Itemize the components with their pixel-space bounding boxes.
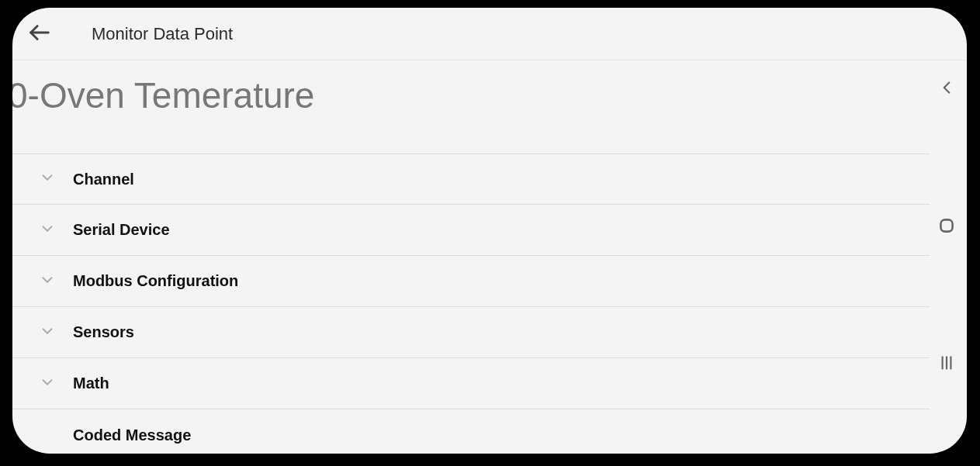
app-bar-title: Monitor Data Point [92, 24, 233, 44]
section-label: Serial Device [73, 221, 170, 239]
system-nav-rail [926, 8, 967, 454]
device-frame: Monitor Data Point 0-Oven Temerature Cha… [12, 8, 967, 454]
chevron-down-icon [39, 323, 56, 343]
arrow-left-icon[interactable] [26, 19, 53, 49]
section-row-channel[interactable]: Channel [12, 154, 930, 205]
section-label: Math [73, 375, 109, 392]
chevron-down-icon [39, 374, 56, 394]
section-row-coded-message[interactable]: Coded Message [12, 409, 930, 454]
section-label: Sensors [73, 323, 134, 341]
chevron-down-icon [39, 271, 56, 292]
section-label: Channel [73, 171, 134, 188]
section-row-serial-device[interactable]: Serial Device [12, 205, 930, 256]
content-area: 0-Oven Temerature Channel Serial Device … [12, 60, 930, 454]
section-label: Modbus Configuration [73, 272, 238, 290]
nav-back-icon[interactable] [937, 78, 957, 101]
chevron-down-icon [39, 220, 56, 240]
svg-rect-1 [940, 219, 952, 231]
app-bar: Monitor Data Point [12, 8, 967, 60]
page-title: 0-Oven Temerature [12, 60, 930, 154]
section-row-modbus-configuration[interactable]: Modbus Configuration [12, 256, 930, 307]
section-row-math[interactable]: Math [12, 358, 930, 409]
nav-recent-icon[interactable] [937, 353, 957, 376]
section-label: Coded Message [73, 426, 191, 444]
section-row-sensors[interactable]: Sensors [12, 307, 930, 358]
nav-home-icon[interactable] [937, 216, 957, 239]
chevron-down-icon [39, 169, 56, 189]
